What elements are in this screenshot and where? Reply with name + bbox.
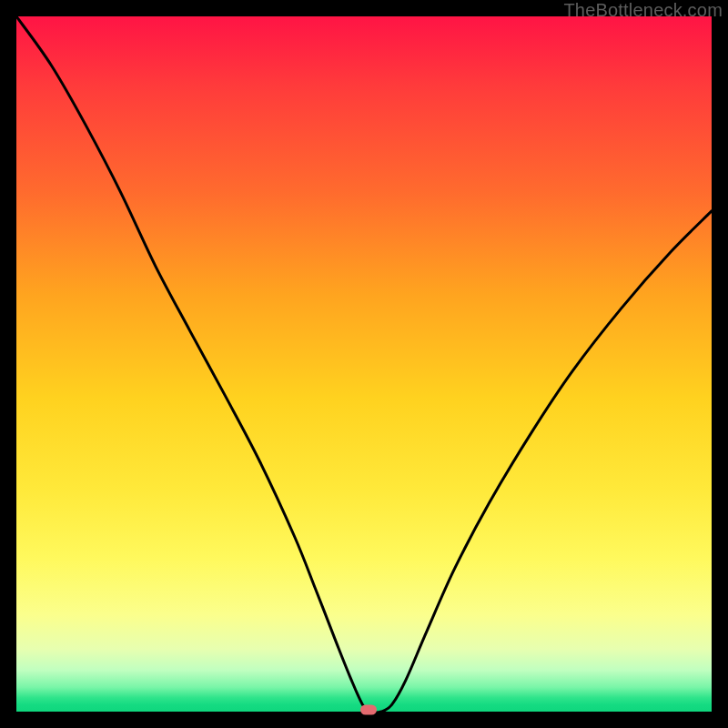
optimum-marker [360, 704, 377, 714]
plot-area [16, 16, 712, 712]
bottleneck-curve [16, 16, 712, 712]
chart-frame: TheBottleneck.com [0, 0, 728, 728]
